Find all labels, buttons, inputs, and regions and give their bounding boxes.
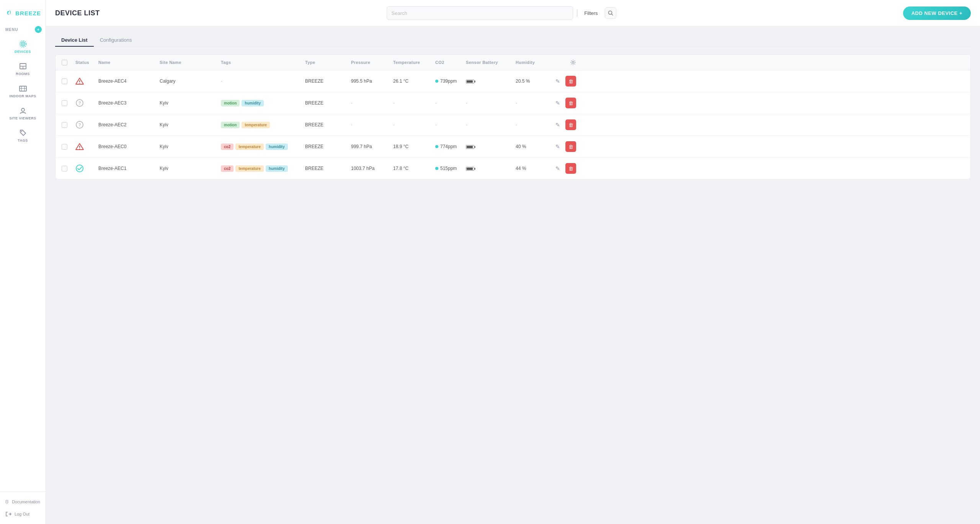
- table-row: Breeze-AEC4 Calgary - BREEZE 995.5 hPa 2…: [56, 70, 970, 92]
- tabs: Device List Configurations: [55, 34, 971, 47]
- row-checkbox[interactable]: [62, 166, 67, 171]
- documentation-link[interactable]: Documentation: [0, 496, 46, 508]
- row-check: [59, 160, 73, 177]
- delete-button[interactable]: 🗑: [565, 76, 576, 87]
- row-temperature: -: [391, 117, 433, 133]
- select-all-checkbox[interactable]: [62, 60, 67, 65]
- row-pressure: 999.7 hPa: [349, 139, 391, 155]
- sidebar: BREEZE MENU + DEVICES: [0, 0, 46, 524]
- col-status: Status: [73, 56, 96, 69]
- sidebar-item-site-viewers-label: SITE VIEWERS: [9, 116, 36, 120]
- table-row: ? Breeze-AEC2 Kyiv motion temperature BR…: [56, 114, 970, 136]
- menu-badge[interactable]: +: [35, 26, 42, 33]
- sidebar-nav: DEVICES ROOMS IND: [0, 35, 46, 147]
- row-actions: ✎ 🗑: [548, 158, 578, 179]
- row-type: BREEZE: [303, 160, 349, 176]
- row-temperature: 18.9 °C: [391, 139, 433, 155]
- tab-device-list[interactable]: Device List: [55, 34, 94, 47]
- row-site: Kyiv: [157, 160, 219, 176]
- row-checkbox[interactable]: [62, 144, 67, 150]
- sidebar-item-devices-label: DEVICES: [15, 50, 31, 54]
- row-temperature: 26.1 °C: [391, 73, 433, 89]
- logo-icon: [5, 7, 13, 19]
- tags-icon: [19, 129, 27, 137]
- status-warning-icon: [75, 142, 84, 151]
- svg-point-15: [572, 62, 574, 64]
- row-co2: 515ppm: [433, 160, 464, 176]
- status-warning-icon: [75, 77, 84, 85]
- row-status: ?: [73, 115, 96, 134]
- svg-point-18: [79, 83, 80, 84]
- sidebar-item-tags-label: TAGS: [18, 139, 28, 142]
- edit-button[interactable]: ✎: [552, 163, 563, 174]
- col-temperature: Temperature: [391, 56, 433, 69]
- status-unknown-icon: ?: [75, 121, 84, 129]
- delete-button[interactable]: 🗑: [565, 119, 576, 130]
- col-co2: CO2: [433, 56, 464, 69]
- logo: BREEZE: [0, 0, 46, 23]
- col-name: Name: [96, 56, 157, 69]
- row-temperature: 17.8 °C: [391, 160, 433, 176]
- sidebar-item-rooms-label: ROOMS: [16, 72, 30, 76]
- top-bar: DEVICE LIST Filters ADD NEW DEVICE +: [46, 0, 980, 26]
- sidebar-item-tags[interactable]: TAGS: [2, 125, 43, 146]
- row-checkbox[interactable]: [62, 122, 67, 128]
- tag-co2: co2: [221, 144, 234, 150]
- row-checkbox[interactable]: [62, 100, 67, 106]
- svg-point-26: [76, 165, 83, 172]
- row-site: Kyiv: [157, 139, 219, 155]
- row-battery: -: [464, 95, 513, 111]
- edit-button[interactable]: ✎: [552, 119, 563, 130]
- edit-button[interactable]: ✎: [552, 141, 563, 152]
- row-name: Breeze-AEC3: [96, 95, 157, 111]
- add-device-button[interactable]: ADD NEW DEVICE +: [903, 7, 971, 20]
- row-check: [59, 117, 73, 133]
- content-area: Device List Configurations Status Name S…: [46, 26, 980, 524]
- sidebar-item-site-viewers[interactable]: SITE VIEWERS: [2, 103, 43, 124]
- search-icon-button[interactable]: [605, 7, 616, 19]
- row-battery: [464, 139, 513, 155]
- row-co2: 774ppm: [433, 139, 464, 155]
- row-type: BREEZE: [303, 95, 349, 111]
- row-humidity: 44 %: [513, 160, 548, 176]
- tag-co2: co2: [221, 165, 234, 172]
- row-actions: ✎ 🗑: [548, 136, 578, 157]
- col-check: [59, 55, 73, 70]
- delete-button[interactable]: 🗑: [565, 163, 576, 174]
- row-actions: ✎ 🗑: [548, 92, 578, 114]
- svg-point-13: [608, 11, 612, 15]
- logout-icon: [5, 511, 11, 517]
- row-pressure: -: [349, 117, 391, 133]
- row-name: Breeze-AEC1: [96, 160, 157, 176]
- row-type: BREEZE: [303, 139, 349, 155]
- site-viewers-icon: [19, 106, 27, 115]
- sidebar-item-rooms[interactable]: ROOMS: [2, 58, 43, 80]
- filters-button[interactable]: Filters: [581, 10, 601, 16]
- col-settings[interactable]: [548, 55, 578, 70]
- indoor-maps-icon: [19, 84, 27, 93]
- search-input[interactable]: [387, 6, 573, 20]
- table-row: Breeze-AEC1 Kyiv co2 temperature humidit…: [56, 158, 970, 179]
- sidebar-item-indoor-maps[interactable]: INDOOR MAPS: [2, 80, 43, 102]
- delete-button[interactable]: 🗑: [565, 98, 576, 108]
- edit-button[interactable]: ✎: [552, 98, 563, 108]
- svg-point-7: [21, 108, 24, 111]
- search-area: Filters: [387, 6, 616, 20]
- row-checkbox[interactable]: [62, 78, 67, 84]
- status-ok-icon: [75, 164, 84, 173]
- row-check: [59, 139, 73, 155]
- menu-label: MENU: [5, 28, 18, 32]
- row-site: Kyiv: [157, 117, 219, 133]
- row-humidity: 40 %: [513, 139, 548, 155]
- row-name: Breeze-AEC4: [96, 73, 157, 89]
- documentation-label: Documentation: [12, 500, 40, 504]
- edit-button[interactable]: ✎: [552, 76, 563, 87]
- row-co2: -: [433, 117, 464, 133]
- row-tags: -: [219, 73, 303, 89]
- sidebar-item-devices[interactable]: DEVICES: [2, 36, 43, 57]
- row-pressure: -: [349, 95, 391, 111]
- tab-configurations[interactable]: Configurations: [94, 34, 138, 47]
- logout-label: Log Out: [15, 512, 29, 516]
- logout-link[interactable]: Log Out: [0, 508, 46, 520]
- delete-button[interactable]: 🗑: [565, 141, 576, 152]
